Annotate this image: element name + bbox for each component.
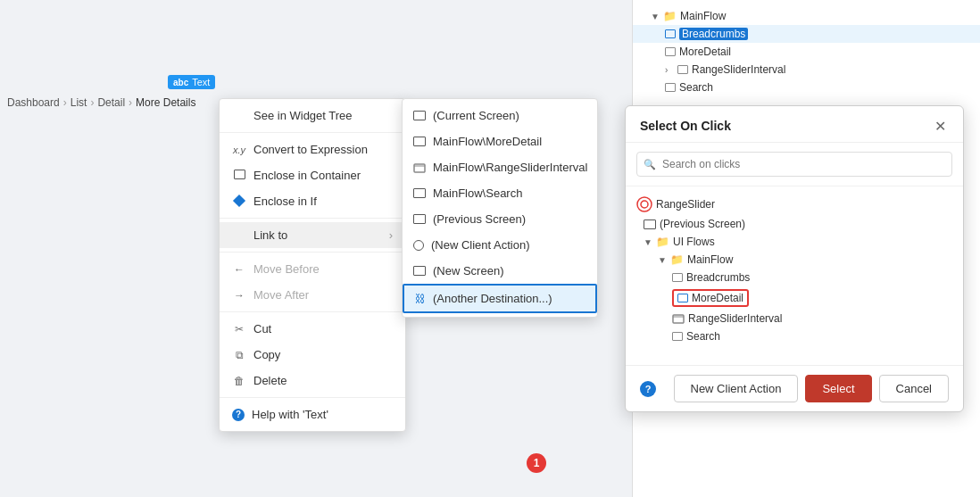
dialog-search2[interactable]: Search: [626, 327, 963, 345]
nav-breadcrumbs-top[interactable]: Breadcrumbs: [633, 25, 980, 43]
breadcrumb-list[interactable]: List: [71, 96, 87, 109]
link-mainflow-search[interactable]: MainFlow\Search: [403, 180, 597, 206]
current-screen-label: (Current Screen): [433, 109, 519, 122]
rangeslider-page-icon: [677, 65, 688, 74]
link-to-arrow: ›: [389, 228, 393, 242]
convert-expression-label: Convert to Expression: [253, 143, 368, 156]
dialog-help-icon[interactable]: ?: [640, 381, 656, 397]
select-on-click-dialog: Select On Click ✕ RangeSlider (Previous …: [625, 105, 964, 412]
dialog-title: Select On Click: [640, 119, 731, 133]
context-menu: See in Widget Tree x.y Convert to Expres…: [219, 98, 406, 432]
link-to-label: Link to: [253, 228, 287, 242]
sep3: ›: [129, 96, 132, 109]
nav-search-top[interactable]: Search: [633, 79, 980, 96]
dialog-search2-label: Search: [686, 330, 720, 343]
rangeslider-widget-icon: [636, 196, 652, 212]
abc-icon: abc: [173, 78, 188, 87]
nav-mainflow[interactable]: ▼ 📁 MainFlow: [633, 7, 980, 25]
link-another-destination[interactable]: ⛓ (Another Destination...): [403, 284, 597, 313]
delete-label: Delete: [253, 374, 287, 387]
dialog-rangeslider2-label: RangeSliderInterval: [688, 312, 782, 325]
context-link-to[interactable]: Link to ›: [220, 222, 405, 248]
link-mainflow-moredetail[interactable]: MainFlow\MoreDetail: [403, 128, 597, 154]
breadcrumbs2-icon: [672, 273, 683, 282]
mainflow-search-label: MainFlow\Search: [433, 186, 522, 200]
dialog-moredetail2[interactable]: MoreDetail: [626, 286, 963, 310]
moredetail-page-icon: [665, 47, 676, 56]
svg-point-3: [641, 201, 648, 208]
moredetail-top-label: MoreDetail: [679, 46, 731, 58]
dialog-breadcrumbs2[interactable]: Breadcrumbs: [626, 269, 963, 286]
cut-icon: ✂: [232, 323, 246, 335]
context-cut[interactable]: ✂ Cut: [220, 316, 405, 342]
svg-point-2: [637, 197, 652, 211]
dialog-breadcrumbs2-label: Breadcrumbs: [686, 271, 750, 284]
context-delete[interactable]: 🗑 Delete: [220, 368, 405, 393]
svg-rect-0: [414, 164, 425, 172]
rangeslider-top-label: RangeSliderInterval: [692, 63, 785, 76]
link-mainflow-rangeslider[interactable]: MainFlow\RangeSliderInterval: [403, 154, 597, 180]
mainflow-rangeslider-label: MainFlow\RangeSliderInterval: [433, 161, 587, 174]
context-enclose-container[interactable]: Enclose in Container: [220, 162, 405, 188]
cut-label: Cut: [253, 322, 271, 335]
copy-label: Copy: [253, 348, 280, 361]
dialog-search-area: [626, 143, 963, 186]
link-current-screen[interactable]: (Current Screen): [403, 103, 597, 128]
dialog-rangeslider[interactable]: RangeSlider: [626, 194, 963, 215]
nav-rangeslider-top[interactable]: › RangeSliderInterval: [633, 61, 980, 79]
dialog-mainflow2[interactable]: ▼ 📁 MainFlow: [626, 251, 963, 269]
breadcrumbs-page-icon: [665, 29, 676, 38]
dialog-header: Select On Click ✕: [626, 106, 963, 143]
dialog-rangeslider2[interactable]: RangeSliderInterval: [626, 310, 963, 327]
help-label: Help with 'Text': [252, 408, 328, 421]
help-context-icon: ?: [232, 409, 245, 421]
sep2: ›: [90, 96, 94, 109]
ui-flows-chevron: ▼: [644, 237, 652, 247]
move-before-icon: ←: [232, 263, 246, 276]
search-on-clicks-input[interactable]: [636, 152, 952, 177]
dialog-prev-screen[interactable]: (Previous Screen): [626, 215, 963, 233]
mainflow-folder-icon: 📁: [663, 10, 677, 22]
container-icon: [232, 170, 246, 182]
text-widget-label: abc Text: [168, 75, 215, 89]
context-move-after: → Move After: [220, 282, 405, 308]
dialog-mainflow2-label: MainFlow: [687, 253, 733, 266]
breadcrumb-dashboard[interactable]: Dashboard: [7, 96, 60, 109]
dialog-tree: RangeSlider (Previous Screen) ▼ 📁 UI Flo…: [626, 186, 963, 365]
mainflow-label: MainFlow: [680, 10, 726, 22]
breadcrumb: Dashboard › List › Detail › More Details: [7, 96, 195, 109]
link-new-client-action[interactable]: (New Client Action): [403, 232, 597, 258]
context-see-widget-tree[interactable]: See in Widget Tree: [220, 103, 405, 128]
nav-moredetail-top[interactable]: MoreDetail: [633, 43, 980, 61]
breadcrumb-detail[interactable]: Detail: [97, 96, 125, 109]
dialog-close-button[interactable]: ✕: [931, 117, 949, 135]
cancel-button[interactable]: Cancel: [879, 375, 949, 402]
screen-icon-search: [413, 188, 426, 198]
delete-icon: 🗑: [232, 375, 246, 387]
copy-icon: ⧉: [232, 349, 246, 361]
context-copy[interactable]: ⧉ Copy: [220, 342, 405, 368]
link-previous-screen[interactable]: (Previous Screen): [403, 206, 597, 232]
context-enclose-if[interactable]: Enclose in If: [220, 188, 405, 214]
page-icon-rangeslider: [413, 162, 426, 172]
context-convert-expression[interactable]: x.y Convert to Expression: [220, 137, 405, 162]
context-help[interactable]: ? Help with 'Text': [220, 402, 405, 427]
dialog-ui-flows[interactable]: ▼ 📁 UI Flows: [626, 233, 963, 251]
context-move-before: ← Move Before: [220, 256, 405, 282]
select-button[interactable]: Select: [805, 375, 871, 402]
step-badge-1-label: 1: [534, 457, 540, 469]
enclose-if-label: Enclose in If: [253, 195, 317, 208]
prev-screen-icon: [644, 220, 656, 229]
see-widget-tree-label: See in Widget Tree: [253, 109, 353, 122]
search2-icon: [672, 332, 683, 341]
link-new-screen[interactable]: (New Screen): [403, 258, 597, 284]
enclose-container-label: Enclose in Container: [253, 169, 361, 182]
step-badge-1: 1: [527, 453, 546, 473]
rangeslider2-icon: [672, 314, 685, 324]
new-client-action-button[interactable]: New Client Action: [674, 375, 799, 402]
move-after-label: Move After: [253, 288, 309, 302]
dialog-ui-flows-label: UI Flows: [673, 236, 715, 248]
text-widget-name: Text: [192, 77, 210, 87]
link-dest-icon: ⛓: [415, 293, 426, 305]
breadcrumb-more-details[interactable]: More Details: [136, 96, 195, 109]
